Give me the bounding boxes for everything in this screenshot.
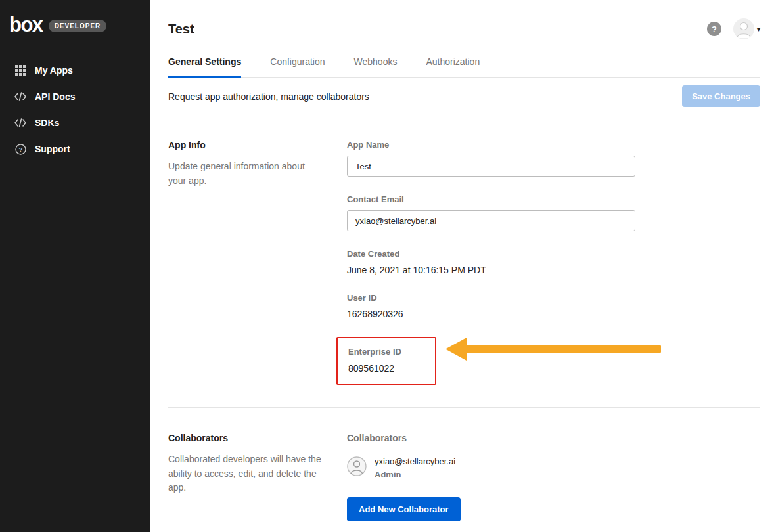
- toolbar-description: Request app authorization, manage collab…: [168, 91, 369, 102]
- app-info-intro: App Info Update general information abou…: [168, 140, 347, 388]
- app-name-label: App Name: [347, 140, 760, 150]
- tab-configuration[interactable]: Configuration: [270, 56, 325, 78]
- app-info-section: App Info Update general information abou…: [168, 140, 760, 388]
- help-icon[interactable]: ?: [707, 22, 721, 36]
- avatar: [733, 18, 754, 39]
- logo[interactable]: box DEVELOPER: [0, 0, 150, 57]
- collaborator-avatar: [347, 456, 367, 476]
- contact-email-label: Contact Email: [347, 194, 760, 204]
- toolbar: Request app authorization, manage collab…: [168, 78, 760, 114]
- page-title: Test: [168, 22, 194, 37]
- header-actions: ? ▾: [707, 18, 760, 39]
- question-circle-icon: ?: [14, 143, 26, 155]
- date-created-label: Date Created: [347, 249, 760, 259]
- sidebar-item-my-apps[interactable]: My Apps: [8, 57, 150, 83]
- user-id-value: 16268920326: [347, 309, 760, 319]
- tab-webhooks[interactable]: Webhooks: [354, 56, 398, 78]
- collaborators-heading: Collaborators: [168, 433, 347, 443]
- add-new-collaborator-button[interactable]: Add New Collaborator: [347, 497, 461, 521]
- chevron-down-icon: ▾: [757, 26, 760, 33]
- sidebar-item-label: Support: [35, 144, 70, 154]
- enterprise-id-label: Enterprise ID: [348, 347, 424, 357]
- developer-badge: DEVELOPER: [49, 20, 107, 32]
- collaborators-section: Collaborators Collaborated developers wi…: [168, 433, 760, 521]
- date-created-value: June 8, 2021 at 10:16:15 PM PDT: [347, 265, 760, 275]
- tab-bar: General Settings Configuration Webhooks …: [168, 56, 760, 78]
- collaborators-list-label: Collaborators: [347, 433, 760, 443]
- collaborator-row: yxiao@stellarcyber.ai Admin: [347, 456, 760, 479]
- collaborators-description: Collaborated developers will have the ab…: [168, 453, 323, 495]
- sidebar-item-label: My Apps: [35, 65, 73, 76]
- sidebar-item-label: API Docs: [35, 91, 75, 102]
- main-content: Test ? ▾ General Settings Configuration …: [150, 0, 774, 532]
- collaborator-info: yxiao@stellarcyber.ai Admin: [375, 456, 455, 479]
- sidebar-item-support[interactable]: ? Support: [8, 136, 150, 162]
- code-icon: [14, 117, 26, 129]
- collaborators-panel: Collaborators yxiao@stellarcyber.ai Admi…: [347, 433, 760, 521]
- tab-authorization[interactable]: Authorization: [426, 56, 480, 78]
- collaborator-email: yxiao@stellarcyber.ai: [375, 456, 455, 466]
- grid-icon: [14, 64, 26, 76]
- sidebar: box DEVELOPER My Apps API D: [0, 0, 150, 532]
- sidebar-nav: My Apps API Docs SDKs ?: [0, 57, 150, 162]
- app-name-input[interactable]: [347, 156, 635, 177]
- collaborator-role: Admin: [375, 470, 455, 479]
- app-name-field-group: App Name: [347, 140, 760, 177]
- enterprise-id-value: 809561022: [348, 363, 424, 374]
- date-created-field-group: Date Created June 8, 2021 at 10:16:15 PM…: [347, 249, 760, 275]
- user-id-label: User ID: [347, 293, 760, 303]
- svg-text:?: ?: [18, 146, 22, 153]
- sidebar-item-sdks[interactable]: SDKs: [8, 110, 150, 136]
- app-info-form: App Name Contact Email Date Created June…: [347, 140, 760, 388]
- collaborators-intro: Collaborators Collaborated developers wi…: [168, 433, 347, 521]
- code-icon: [14, 91, 26, 102]
- user-id-field-group: User ID 16268920326: [347, 293, 760, 319]
- contact-email-field-group: Contact Email: [347, 194, 760, 231]
- sidebar-item-label: SDKs: [35, 118, 59, 128]
- app-info-heading: App Info: [168, 140, 347, 150]
- save-changes-button[interactable]: Save Changes: [682, 85, 760, 107]
- account-menu[interactable]: ▾: [733, 18, 760, 39]
- enterprise-id-highlight-box: Enterprise ID 809561022: [336, 337, 436, 385]
- sidebar-item-api-docs[interactable]: API Docs: [8, 83, 150, 110]
- tab-general-settings[interactable]: General Settings: [168, 56, 241, 78]
- page-header: Test ? ▾: [168, 0, 760, 39]
- app-info-description: Update general information about your ap…: [168, 160, 323, 188]
- section-divider: [168, 407, 760, 408]
- contact-email-input[interactable]: [347, 210, 635, 231]
- box-logo: box: [9, 14, 43, 35]
